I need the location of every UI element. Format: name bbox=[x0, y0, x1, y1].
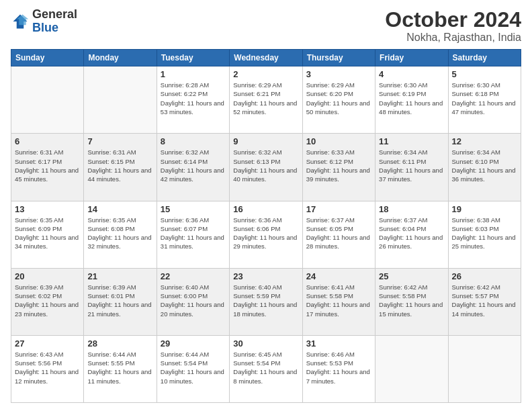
calendar-day-cell: 24Sunrise: 6:41 AMSunset: 5:58 PMDayligh… bbox=[302, 268, 375, 335]
day-header-monday: Monday bbox=[84, 50, 157, 66]
calendar-day-cell: 23Sunrise: 6:40 AMSunset: 5:59 PMDayligh… bbox=[230, 268, 302, 335]
day-number: 1 bbox=[161, 69, 226, 79]
day-header-sunday: Sunday bbox=[11, 50, 84, 66]
calendar-table: SundayMondayTuesdayWednesdayThursdayFrid… bbox=[11, 49, 521, 403]
day-info: Sunrise: 6:35 AMSunset: 6:08 PMDaylight:… bbox=[87, 216, 152, 251]
day-info: Sunrise: 6:44 AMSunset: 5:55 PMDaylight:… bbox=[87, 350, 152, 385]
calendar-day-cell: 22Sunrise: 6:40 AMSunset: 6:00 PMDayligh… bbox=[157, 268, 229, 335]
day-info: Sunrise: 6:42 AMSunset: 5:58 PMDaylight:… bbox=[379, 283, 444, 318]
day-number: 13 bbox=[15, 204, 80, 214]
day-number: 3 bbox=[306, 69, 371, 79]
day-info: Sunrise: 6:30 AMSunset: 6:18 PMDaylight:… bbox=[452, 81, 517, 116]
day-info: Sunrise: 6:36 AMSunset: 6:06 PMDaylight:… bbox=[233, 216, 298, 251]
calendar-day-cell: 12Sunrise: 6:34 AMSunset: 6:10 PMDayligh… bbox=[448, 134, 521, 201]
day-info: Sunrise: 6:42 AMSunset: 5:57 PMDaylight:… bbox=[452, 283, 517, 318]
day-number: 10 bbox=[306, 136, 371, 146]
day-number: 23 bbox=[233, 271, 298, 281]
calendar-day-cell bbox=[448, 335, 521, 402]
day-header-friday: Friday bbox=[375, 50, 448, 66]
day-info: Sunrise: 6:41 AMSunset: 5:58 PMDaylight:… bbox=[306, 283, 371, 318]
day-info: Sunrise: 6:40 AMSunset: 5:59 PMDaylight:… bbox=[233, 283, 298, 318]
day-number: 25 bbox=[379, 271, 444, 281]
calendar-day-cell: 6Sunrise: 6:31 AMSunset: 6:17 PMDaylight… bbox=[11, 134, 84, 201]
day-info: Sunrise: 6:37 AMSunset: 6:04 PMDaylight:… bbox=[379, 216, 444, 251]
day-number: 18 bbox=[379, 204, 444, 214]
day-number: 7 bbox=[87, 136, 152, 146]
logo: General Blue bbox=[11, 8, 77, 35]
calendar-day-cell: 15Sunrise: 6:36 AMSunset: 6:07 PMDayligh… bbox=[157, 201, 229, 268]
day-header-saturday: Saturday bbox=[448, 50, 521, 66]
calendar-week-row: 20Sunrise: 6:39 AMSunset: 6:02 PMDayligh… bbox=[11, 268, 521, 335]
day-info: Sunrise: 6:39 AMSunset: 6:02 PMDaylight:… bbox=[15, 283, 80, 318]
calendar-day-cell: 31Sunrise: 6:46 AMSunset: 5:53 PMDayligh… bbox=[302, 335, 375, 402]
calendar-day-cell: 19Sunrise: 6:38 AMSunset: 6:03 PMDayligh… bbox=[448, 201, 521, 268]
location-subtitle: Nokha, Rajasthan, India bbox=[385, 32, 521, 44]
calendar-day-cell: 14Sunrise: 6:35 AMSunset: 6:08 PMDayligh… bbox=[84, 201, 157, 268]
day-info: Sunrise: 6:44 AMSunset: 5:54 PMDaylight:… bbox=[161, 350, 226, 385]
day-number: 6 bbox=[15, 136, 80, 146]
calendar-day-cell: 21Sunrise: 6:39 AMSunset: 6:01 PMDayligh… bbox=[84, 268, 157, 335]
day-number: 19 bbox=[452, 204, 517, 214]
day-number: 5 bbox=[452, 69, 517, 79]
day-info: Sunrise: 6:46 AMSunset: 5:53 PMDaylight:… bbox=[306, 350, 371, 385]
day-info: Sunrise: 6:31 AMSunset: 6:15 PMDaylight:… bbox=[87, 148, 152, 183]
day-number: 16 bbox=[233, 204, 298, 214]
calendar-day-cell: 13Sunrise: 6:35 AMSunset: 6:09 PMDayligh… bbox=[11, 201, 84, 268]
day-info: Sunrise: 6:34 AMSunset: 6:10 PMDaylight:… bbox=[452, 148, 517, 183]
day-number: 22 bbox=[161, 271, 226, 281]
day-info: Sunrise: 6:34 AMSunset: 6:11 PMDaylight:… bbox=[379, 148, 444, 183]
calendar-day-cell: 7Sunrise: 6:31 AMSunset: 6:15 PMDaylight… bbox=[84, 134, 157, 201]
calendar-day-cell: 29Sunrise: 6:44 AMSunset: 5:54 PMDayligh… bbox=[157, 335, 229, 402]
day-info: Sunrise: 6:36 AMSunset: 6:07 PMDaylight:… bbox=[161, 216, 226, 251]
day-number: 9 bbox=[233, 136, 298, 146]
calendar-week-row: 1Sunrise: 6:28 AMSunset: 6:22 PMDaylight… bbox=[11, 66, 521, 134]
calendar-day-cell: 20Sunrise: 6:39 AMSunset: 6:02 PMDayligh… bbox=[11, 268, 84, 335]
day-info: Sunrise: 6:28 AMSunset: 6:22 PMDaylight:… bbox=[161, 81, 226, 116]
day-number: 4 bbox=[379, 69, 444, 79]
day-header-thursday: Thursday bbox=[302, 50, 375, 66]
day-number: 11 bbox=[379, 136, 444, 146]
day-header-tuesday: Tuesday bbox=[157, 50, 229, 66]
calendar-day-cell: 4Sunrise: 6:30 AMSunset: 6:19 PMDaylight… bbox=[375, 66, 448, 134]
calendar-day-cell: 25Sunrise: 6:42 AMSunset: 5:58 PMDayligh… bbox=[375, 268, 448, 335]
day-number: 20 bbox=[15, 271, 80, 281]
day-number: 31 bbox=[306, 338, 371, 349]
calendar-day-cell bbox=[11, 66, 84, 134]
day-info: Sunrise: 6:45 AMSunset: 5:54 PMDaylight:… bbox=[233, 350, 298, 385]
logo-blue-text: Blue bbox=[32, 21, 58, 34]
day-number: 28 bbox=[87, 338, 152, 349]
calendar-day-cell: 27Sunrise: 6:43 AMSunset: 5:56 PMDayligh… bbox=[11, 335, 84, 402]
calendar-day-cell: 28Sunrise: 6:44 AMSunset: 5:55 PMDayligh… bbox=[84, 335, 157, 402]
day-info: Sunrise: 6:43 AMSunset: 5:56 PMDaylight:… bbox=[15, 350, 80, 385]
calendar-day-cell: 30Sunrise: 6:45 AMSunset: 5:54 PMDayligh… bbox=[230, 335, 302, 402]
header: General Blue October 2024 Nokha, Rajasth… bbox=[11, 8, 521, 44]
calendar-week-row: 6Sunrise: 6:31 AMSunset: 6:17 PMDaylight… bbox=[11, 134, 521, 201]
calendar-day-cell: 1Sunrise: 6:28 AMSunset: 6:22 PMDaylight… bbox=[157, 66, 229, 134]
calendar-day-cell: 3Sunrise: 6:29 AMSunset: 6:20 PMDaylight… bbox=[302, 66, 375, 134]
calendar-week-row: 13Sunrise: 6:35 AMSunset: 6:09 PMDayligh… bbox=[11, 201, 521, 268]
calendar-day-cell: 5Sunrise: 6:30 AMSunset: 6:18 PMDaylight… bbox=[448, 66, 521, 134]
day-info: Sunrise: 6:38 AMSunset: 6:03 PMDaylight:… bbox=[452, 216, 517, 251]
day-header-wednesday: Wednesday bbox=[230, 50, 302, 66]
day-info: Sunrise: 6:40 AMSunset: 6:00 PMDaylight:… bbox=[161, 283, 226, 318]
calendar-day-cell bbox=[84, 66, 157, 134]
day-number: 8 bbox=[161, 136, 226, 146]
day-number: 29 bbox=[161, 338, 226, 349]
calendar-week-row: 27Sunrise: 6:43 AMSunset: 5:56 PMDayligh… bbox=[11, 335, 521, 402]
day-number: 24 bbox=[306, 271, 371, 281]
day-info: Sunrise: 6:33 AMSunset: 6:12 PMDaylight:… bbox=[306, 148, 371, 183]
day-number: 26 bbox=[452, 271, 517, 281]
day-number: 30 bbox=[233, 338, 298, 349]
day-number: 14 bbox=[87, 204, 152, 214]
calendar-day-cell: 2Sunrise: 6:29 AMSunset: 6:21 PMDaylight… bbox=[230, 66, 302, 134]
calendar-day-cell: 10Sunrise: 6:33 AMSunset: 6:12 PMDayligh… bbox=[302, 134, 375, 201]
calendar-day-cell: 9Sunrise: 6:32 AMSunset: 6:13 PMDaylight… bbox=[230, 134, 302, 201]
calendar-day-cell: 16Sunrise: 6:36 AMSunset: 6:06 PMDayligh… bbox=[230, 201, 302, 268]
logo-icon bbox=[11, 12, 30, 31]
day-info: Sunrise: 6:39 AMSunset: 6:01 PMDaylight:… bbox=[87, 283, 152, 318]
calendar-day-cell: 18Sunrise: 6:37 AMSunset: 6:04 PMDayligh… bbox=[375, 201, 448, 268]
day-info: Sunrise: 6:32 AMSunset: 6:13 PMDaylight:… bbox=[233, 148, 298, 183]
day-info: Sunrise: 6:29 AMSunset: 6:20 PMDaylight:… bbox=[306, 81, 371, 116]
month-year-title: October 2024 bbox=[385, 8, 521, 32]
logo-general-text: General bbox=[32, 7, 77, 21]
